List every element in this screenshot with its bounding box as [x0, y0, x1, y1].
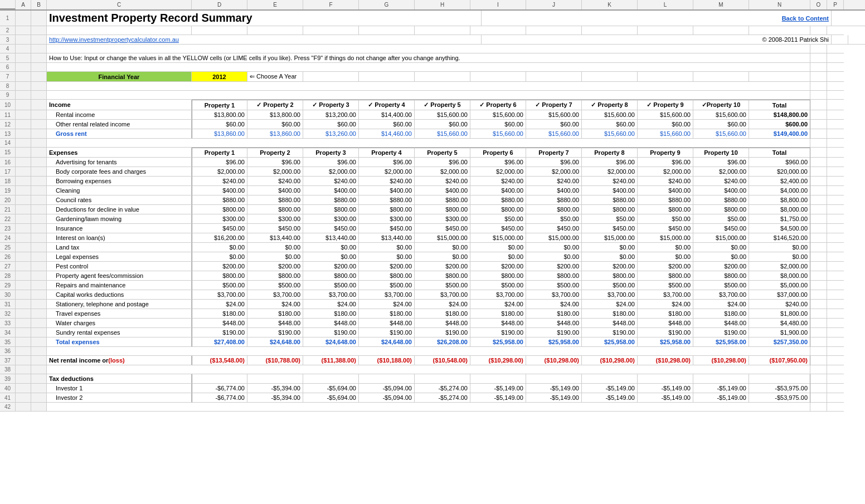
row-23: 23 Insurance$450.00$450.00$450.00$450.00…: [0, 224, 865, 233]
exp-21-v3: $800.00: [359, 205, 415, 214]
row-12: 12 Other rental related income $60.00 $6…: [0, 120, 865, 129]
row-num-36: 36: [0, 347, 16, 356]
exp-18-v5: $240.00: [470, 177, 526, 186]
exp-25-v10: $0.00: [749, 243, 810, 252]
exp-32-v9: $180.00: [693, 309, 749, 319]
row-10: 10 Income Property 1 ✓ Property 2 ✓ Prop…: [0, 100, 865, 110]
rental-total: $148,800.00: [749, 110, 810, 120]
row-num-16: 16: [0, 158, 16, 167]
row-num-10: 10: [0, 100, 16, 110]
exp-34-v10: $1,900.00: [749, 328, 810, 337]
other-income-label: Other rental related income: [47, 120, 192, 129]
exp-26-v5: $0.00: [470, 252, 526, 262]
exp-19-v2: $400.00: [303, 186, 359, 195]
exp-24-v0: $16,200.00: [192, 233, 247, 243]
exp-35-v1: $24,648.00: [247, 337, 303, 347]
row-27: 27 Pest control$200.00$200.00$200.00$200…: [0, 262, 865, 271]
exp-29-v7: $500.00: [582, 281, 638, 290]
exp-22-v9: $50.00: [693, 214, 749, 224]
rental-p8: $15,600.00: [582, 110, 638, 120]
row-29: 29 Repairs and maintenance$500.00$500.00…: [0, 281, 865, 290]
exp-24-v2: $13,440.00: [303, 233, 359, 243]
row-num-15: 15: [0, 148, 16, 158]
exp-30-v9: $3,700.00: [693, 290, 749, 300]
net-p3: ($11,388.00): [303, 356, 359, 365]
exp-row-label-22: Gardening/lawn mowing: [47, 214, 192, 224]
exp-29-v1: $500.00: [247, 281, 303, 290]
row-num-1: 1: [0, 11, 16, 26]
exp-17-v3: $2,000.00: [359, 167, 415, 177]
exp-25-v3: $0.00: [359, 243, 415, 252]
exp-26-v7: $0.00: [582, 252, 638, 262]
exp-32-v2: $180.00: [303, 309, 359, 319]
row-42: 42: [0, 403, 865, 412]
back-to-content-area: Back to Content: [482, 11, 832, 26]
row-33: 33 Water charges$448.00$448.00$448.00$44…: [0, 319, 865, 328]
exp-20-v1: $880.00: [247, 195, 303, 205]
exp-35-v2: $24,648.00: [303, 337, 359, 347]
exp-22-v4: $300.00: [415, 214, 470, 224]
financial-year-value[interactable]: 2012: [192, 72, 247, 82]
exp-16-v3: $96.00: [359, 158, 415, 167]
row-num-3: 3: [0, 35, 16, 45]
exp-18-v3: $240.00: [359, 177, 415, 186]
net-p8: ($10,298.00): [582, 356, 638, 365]
exp-24-v5: $15,000.00: [470, 233, 526, 243]
exp-31-v1: $24.00: [247, 300, 303, 309]
exp-22-v8: $50.00: [638, 214, 693, 224]
website-url[interactable]: http://www.investmentpropertycalculator.…: [49, 36, 179, 43]
exp-25-v4: $0.00: [415, 243, 470, 252]
copyright-area: © 2008-2011 Patrick Shi: [482, 35, 832, 45]
exp-28-v10: $8,000.00: [749, 271, 810, 281]
exp-19-v6: $400.00: [526, 186, 582, 195]
exp-19-v1: $400.00: [247, 186, 303, 195]
back-link[interactable]: Back to Content: [782, 15, 829, 22]
exp-32-v5: $180.00: [470, 309, 526, 319]
row-num-9: 9: [0, 91, 16, 100]
exp-33-v6: $448.00: [526, 319, 582, 328]
exp-32-v10: $1,800.00: [749, 309, 810, 319]
row-30: 30 Capital works deductions$3,700.00$3,7…: [0, 290, 865, 300]
row-num-41: 41: [0, 393, 16, 403]
col-b-1: [31, 11, 47, 26]
exp-22-v6: $50.00: [526, 214, 582, 224]
row-num-11: 11: [0, 110, 16, 120]
income-prop9-header: ✓ Property 9: [638, 100, 693, 110]
row-41: 41 Investor 2 -$6,774.00 -$5,394.00 -$5,…: [0, 393, 865, 403]
exp-prop1-header: Property 1: [192, 148, 247, 158]
exp-16-v1: $96.00: [247, 158, 303, 167]
exp-31-v8: $24.00: [638, 300, 693, 309]
exp-row-label-21: Deductions for decline in value: [47, 205, 192, 214]
exp-23-v8: $450.00: [638, 224, 693, 233]
page-title: Investment Property Record Summary: [47, 11, 482, 26]
exp-21-v2: $800.00: [303, 205, 359, 214]
exp-27-v10: $2,000.00: [749, 262, 810, 271]
exp-30-v10: $37,000.00: [749, 290, 810, 300]
exp-21-v4: $800.00: [415, 205, 470, 214]
exp-29-v9: $500.00: [693, 281, 749, 290]
gross-rent-label: Gross rent: [47, 129, 192, 139]
exp-32-v7: $180.00: [582, 309, 638, 319]
exp-prop10-header: Property 10: [693, 148, 749, 158]
exp-18-v2: $240.00: [303, 177, 359, 186]
exp-25-v6: $0.00: [526, 243, 582, 252]
exp-17-v10: $20,000.00: [749, 167, 810, 177]
net-p10: ($10,298.00): [693, 356, 749, 365]
exp-25-v7: $0.00: [582, 243, 638, 252]
exp-26-v4: $0.00: [415, 252, 470, 262]
exp-34-v7: $190.00: [582, 328, 638, 337]
exp-31-v0: $24.00: [192, 300, 247, 309]
rental-income-label: Rental income: [47, 110, 192, 120]
exp-35-v3: $24,648.00: [359, 337, 415, 347]
exp-24-v6: $15,000.00: [526, 233, 582, 243]
row-14: 14: [0, 139, 865, 148]
exp-33-v0: $448.00: [192, 319, 247, 328]
exp-31-v4: $24.00: [415, 300, 470, 309]
exp-30-v4: $3,700.00: [415, 290, 470, 300]
exp-27-v9: $200.00: [693, 262, 749, 271]
exp-29-v5: $500.00: [470, 281, 526, 290]
exp-28-v6: $800.00: [526, 271, 582, 281]
exp-23-v7: $450.00: [582, 224, 638, 233]
exp-30-v1: $3,700.00: [247, 290, 303, 300]
rental-p3: $13,200.00: [303, 110, 359, 120]
